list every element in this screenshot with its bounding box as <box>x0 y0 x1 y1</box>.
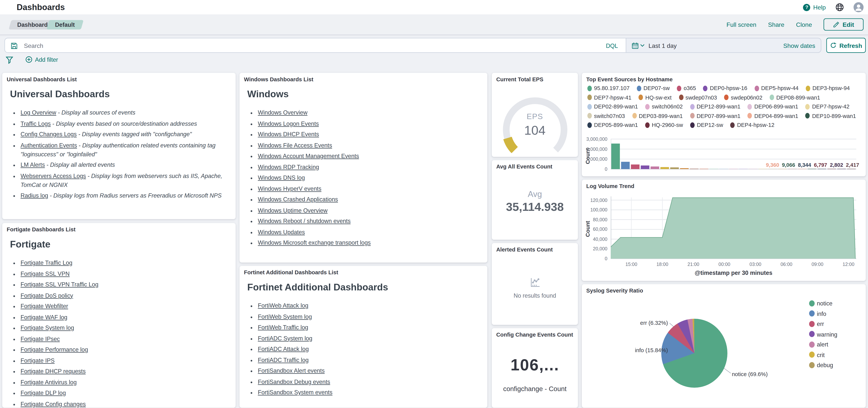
bar[interactable] <box>621 162 630 169</box>
bar[interactable] <box>651 166 659 169</box>
time-range-value[interactable]: Last 1 day <box>648 42 677 49</box>
dashboard-link[interactable]: Fortigate DHCP requests <box>21 368 86 374</box>
dashboard-link[interactable]: Fortigate Antivirus log <box>21 379 77 385</box>
calendar-icon[interactable] <box>632 42 645 49</box>
legend-item[interactable]: o365 <box>677 85 696 91</box>
legend-item[interactable]: DEP12-sw <box>690 122 723 128</box>
dashboard-link[interactable]: Fortigate IPsec <box>21 335 60 342</box>
search-input[interactable] <box>23 41 599 49</box>
legend-item[interactable]: switch07n03 <box>587 113 625 119</box>
legend-item[interactable]: DEP08-899-wan1 <box>770 94 820 100</box>
legend-item[interactable]: DEP5-hpsw-44 <box>754 85 799 91</box>
legend-item[interactable]: DEP7-hpsw-41 <box>587 94 631 100</box>
legend-item[interactable]: alert <box>809 341 837 348</box>
legend-item[interactable]: warning <box>809 331 837 337</box>
legend-item[interactable]: DEP0-hpsw-16 <box>703 85 747 91</box>
legend-item[interactable]: crit <box>809 351 837 358</box>
dashboard-link[interactable]: Config Changes Logs <box>21 131 77 137</box>
dashboard-link[interactable]: FortiWeb System log <box>258 313 312 319</box>
dashboard-link[interactable]: Log Overview <box>21 109 56 116</box>
dashboard-link[interactable]: Fortigate Performance log <box>21 346 88 353</box>
dashboard-link[interactable]: FortiSandbox Alert events <box>258 367 325 374</box>
dashboard-link[interactable]: FortiADC System log <box>258 334 312 341</box>
dql-button[interactable]: DQL <box>603 42 620 49</box>
dashboard-link[interactable]: Fortigate Config changes <box>21 400 86 407</box>
legend-item[interactable]: err <box>809 320 837 327</box>
dashboard-link[interactable]: Windows Account Management Events <box>258 152 359 159</box>
share-button[interactable]: Share <box>768 21 784 28</box>
dashboard-link[interactable]: LM Alerts <box>21 161 45 168</box>
legend-item[interactable]: DEP3-hpsw-94 <box>806 85 850 91</box>
dashboard-link[interactable]: Windows File Access Events <box>258 142 332 148</box>
dashboard-link[interactable]: Windows RDP Tracking <box>258 163 319 170</box>
dashboard-link[interactable]: FortiSandbox Debug events <box>258 378 330 385</box>
pie-chart[interactable] <box>661 319 727 388</box>
legend-item[interactable]: swdep06n02 <box>724 94 762 100</box>
add-filter-button[interactable]: Add filter <box>26 56 58 63</box>
legend-item[interactable]: swdep07n03 <box>679 94 717 100</box>
legend-item[interactable]: DEP04-899-wan1 <box>748 113 798 119</box>
dashboard-link[interactable]: Windows Logon Events <box>258 120 319 126</box>
legend-item[interactable]: switch06n02 <box>645 104 683 110</box>
bar[interactable] <box>680 168 689 169</box>
area-chart[interactable] <box>611 194 856 260</box>
dashboard-link[interactable]: Fortigate SSL VPN <box>21 270 70 277</box>
dashboard-link[interactable]: Fortigate SSL VPN Traffic Log <box>21 281 98 288</box>
bar[interactable] <box>631 165 640 169</box>
dashboard-link[interactable]: Windows HyperV events <box>258 185 321 192</box>
dashboard-link[interactable]: Fortigate System log <box>21 324 74 331</box>
legend-item[interactable]: DEP03-899-wan1 <box>632 113 683 119</box>
legend-item[interactable]: DEP4-hpsw-12 <box>731 122 774 128</box>
dashboard-link[interactable]: FortiWeb Traffic log <box>258 324 308 330</box>
dashboard-link[interactable]: Windows Crashed Applications <box>258 196 338 202</box>
legend-item[interactable]: HQ-2960-sw <box>645 122 683 128</box>
legend-item[interactable]: DEP02-899-wan1 <box>587 104 638 110</box>
dashboard-link[interactable]: Fortigate DoS policy <box>21 292 73 298</box>
save-query-icon[interactable] <box>11 42 18 49</box>
bar[interactable] <box>690 169 699 169</box>
dashboard-link[interactable]: Fortigate IPS <box>21 357 55 363</box>
bar[interactable] <box>611 144 620 169</box>
dashboard-link[interactable]: Windows DNS log <box>258 174 305 181</box>
legend-item[interactable]: info <box>809 310 837 317</box>
legend-item[interactable]: notice <box>809 300 837 307</box>
legend-item[interactable]: DEP07-sw <box>637 85 670 91</box>
legend-item[interactable]: HQ-sw-ext <box>639 94 672 100</box>
dashboard-link[interactable]: FortiSandbox System events <box>258 389 333 396</box>
dashboard-link[interactable]: Traffic Logs <box>21 120 51 126</box>
area-series[interactable] <box>611 198 855 259</box>
dashboard-link[interactable]: Fortigate Traffic Log <box>21 259 72 266</box>
dashboard-link[interactable]: Radius log <box>21 192 48 199</box>
edit-button[interactable]: Edit <box>824 19 863 31</box>
dashboard-link[interactable]: Authentication Events <box>21 142 77 148</box>
legend-item[interactable]: DEP7-hpsw-42 <box>805 104 849 110</box>
tab-default[interactable]: Default <box>46 20 84 29</box>
legend-item[interactable]: DEP07-899-wan1 <box>690 113 741 119</box>
full-screen-button[interactable]: Full screen <box>726 21 756 28</box>
dashboard-link[interactable]: Fortigate Webfilter <box>21 302 68 309</box>
dashboard-link[interactable]: Windows Overview <box>258 109 307 116</box>
globe-icon[interactable] <box>835 3 844 12</box>
dashboard-link[interactable]: Windows DHCP Events <box>258 131 319 137</box>
legend-item[interactable]: 95.80.197.107 <box>587 85 629 91</box>
bar[interactable] <box>670 167 679 169</box>
legend-item[interactable]: DEP10-899-wan1 <box>805 113 856 119</box>
legend-item[interactable]: DEP05-899-wan1 <box>587 122 638 128</box>
clone-button[interactable]: Clone <box>796 21 812 28</box>
help-button[interactable]: ? Help <box>803 4 826 11</box>
dashboard-link[interactable]: Webservers Access Logs <box>21 172 86 179</box>
dashboard-link[interactable]: Windows Microsoft exchange transport log… <box>258 239 371 246</box>
dashboard-link[interactable]: FortiADC Traffic log <box>258 356 309 363</box>
dashboard-link[interactable]: Fortigate WAF log <box>21 313 67 320</box>
legend-item[interactable]: DEP12-899-wan1 <box>690 104 741 110</box>
bar[interactable] <box>660 167 669 169</box>
dashboard-link[interactable]: FortiWeb Attack log <box>258 302 308 309</box>
filter-icon[interactable] <box>5 56 13 64</box>
legend-item[interactable]: debug <box>809 361 837 368</box>
user-avatar[interactable] <box>854 2 864 12</box>
dashboard-link[interactable]: Fortigate DLP log <box>21 389 66 396</box>
dashboard-link[interactable]: Windows Uptime Overview <box>258 207 328 213</box>
bar[interactable] <box>641 166 649 169</box>
dashboard-link[interactable]: Windows Updates <box>258 228 305 235</box>
refresh-button[interactable]: Refresh <box>826 38 866 53</box>
